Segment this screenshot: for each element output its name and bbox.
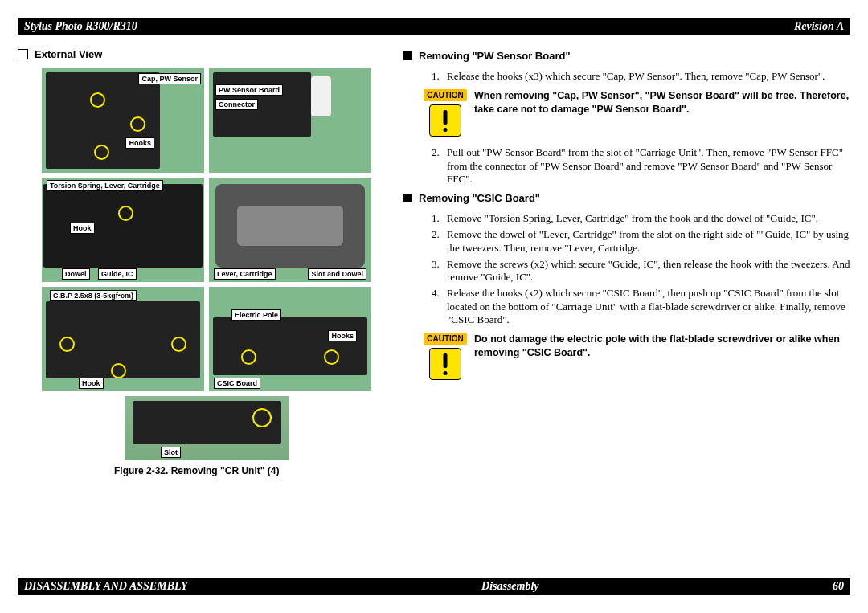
square-bullet-icon <box>403 51 412 60</box>
pw-step-1: Release the hooks (x3) which secure "Cap… <box>442 70 850 83</box>
label-dowel: Dowel <box>62 268 90 280</box>
caution-badge: CAUTION <box>424 89 467 101</box>
footer-center: Disassembly <box>481 580 539 593</box>
label-cbp: C.B.P 2.5x8 (3-5kgf•cm) <box>50 290 137 301</box>
footer-left: DISASSEMBLY AND ASSEMBLY <box>24 580 188 593</box>
figure-photo-4: Lever, Cartridge Slot and Dowel <box>209 178 371 282</box>
csic-step-1: Remove "Torsion Spring, Lever, Cartridge… <box>442 212 850 225</box>
label-cap-pw-sensor: Cap, PW Sensor <box>138 73 201 84</box>
label-csic-board: CSIC Board <box>214 378 260 389</box>
pw-step-2: Pull out "PW Sensor Board" from the slot… <box>442 146 850 186</box>
label-hooks-6: Hooks <box>328 330 357 341</box>
removing-csic-heading: Removing "CSIC Board" <box>403 192 850 204</box>
external-view-title: External View <box>35 48 102 60</box>
external-view-heading: External View <box>18 48 387 60</box>
removing-pw-heading: Removing "PW Sensor Board" <box>403 50 850 62</box>
label-pw-sensor-board: PW Sensor Board <box>215 84 283 96</box>
checkbox-icon <box>18 49 28 59</box>
removing-pw-title: Removing "PW Sensor Board" <box>419 50 571 62</box>
label-connector: Connector <box>215 99 258 110</box>
label-guide-ic: Guide, IC <box>98 268 137 280</box>
header-bar: Stylus Photo R300/R310 Revision A <box>18 18 850 35</box>
csic-step-2: Remove the dowel of "Lever, Cartridge" f… <box>442 228 850 255</box>
header-right: Revision A <box>794 20 844 33</box>
caution-block-1: CAUTION When removing "Cap, PW Sensor", … <box>428 89 850 137</box>
caution-badge: CAUTION <box>424 333 467 345</box>
label-hooks: Hooks <box>125 137 154 149</box>
figure-photo-7: Slot <box>125 396 289 460</box>
footer-right: 60 <box>833 580 844 593</box>
figure-photo-6: Electric Pole Hooks CSIC Board <box>209 287 371 391</box>
figure-caption: Figure 2-32. Removing "CR Unit" (4) <box>114 465 387 476</box>
label-slot-dowel: Slot and Dowel <box>308 268 366 280</box>
figure-photo-1: Cap, PW Sensor Hooks <box>42 68 204 173</box>
figure-photo-2: PW Sensor Board Connector <box>209 68 371 173</box>
label-lever-cartridge: Lever, Cartridge <box>214 268 276 280</box>
caution-icon <box>429 348 461 380</box>
caution-block-2: CAUTION Do not damage the electric pole … <box>428 333 850 380</box>
label-hook-5: Hook <box>79 378 104 389</box>
removing-csic-title: Removing "CSIC Board" <box>419 192 540 204</box>
footer-bar: DISASSEMBLY AND ASSEMBLY Disassembly 60 <box>18 578 850 595</box>
csic-step-3: Remove the screws (x2) which secure "Gui… <box>442 258 850 284</box>
label-slot: Slot <box>161 447 181 458</box>
csic-step-4: Release the hooks (x2) which secure "CSI… <box>442 287 850 326</box>
figure-photo-3: Torsion Spring, Lever, Cartridge Hook Do… <box>42 178 204 282</box>
figure-photo-5: C.B.P 2.5x8 (3-5kgf•cm) Hook <box>42 287 204 391</box>
caution-text-1: When removing "Cap, PW Sensor", "PW Sens… <box>474 89 850 116</box>
label-hook-3: Hook <box>70 223 95 234</box>
label-electric-pole: Electric Pole <box>231 309 281 321</box>
square-bullet-icon <box>403 194 412 202</box>
caution-icon <box>429 104 461 137</box>
caution-text-2: Do not damage the electric pole with the… <box>474 333 850 360</box>
label-torsion-spring: Torsion Spring, Lever, Cartridge <box>47 180 163 191</box>
header-left: Stylus Photo R300/R310 <box>24 20 137 33</box>
